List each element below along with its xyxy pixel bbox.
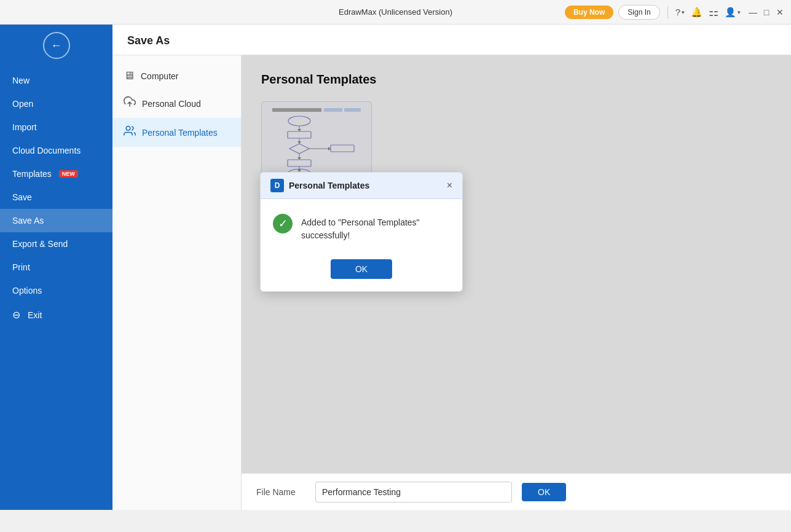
subnav: 🖥 Computer Personal Cloud [112, 55, 242, 510]
svg-point-1 [126, 127, 130, 131]
subnav-label-personal-templates: Personal Templates [142, 128, 218, 138]
modal-message: Added to "Personal Templates" successful… [301, 214, 450, 242]
profile-icon: 👤 [725, 7, 736, 18]
sidebar-label-save: Save [12, 192, 32, 202]
back-icon: ← [51, 39, 62, 52]
separator [667, 6, 668, 18]
file-name-label: File Name [256, 487, 305, 497]
modal-footer: OK [261, 254, 462, 291]
content-area: Save As 🖥 Computer Personal Cloud [112, 25, 791, 510]
maximize-icon: □ [764, 7, 769, 17]
sidebar-item-options[interactable]: Options [0, 279, 112, 302]
content-body: 🖥 Computer Personal Cloud [112, 55, 791, 510]
app-layout: ← New Open Import Cloud Documents Templa… [0, 25, 791, 510]
sidebar-label-open: Open [12, 99, 33, 109]
modal-header: D Personal Templates × [261, 173, 462, 199]
minimize-icon: — [749, 7, 757, 17]
modal-body: ✓ Added to "Personal Templates" successf… [261, 199, 462, 254]
buy-now-button[interactable]: Buy Now [565, 6, 613, 19]
help-icon-button[interactable]: ?▾ [675, 7, 685, 17]
subnav-label-personal-cloud: Personal Cloud [142, 99, 201, 109]
sign-in-button[interactable]: Sign In [618, 5, 659, 20]
modal-box: D Personal Templates × ✓ Added to "Perso… [260, 172, 463, 292]
maximize-button[interactable]: □ [761, 7, 771, 17]
computer-icon: 🖥 [124, 69, 135, 82]
file-name-input[interactable] [315, 482, 512, 503]
cloud-icon [124, 96, 136, 111]
sidebar-label-save-as: Save As [12, 216, 44, 225]
title-bar-icons: ?▾ 🔔 ⚏ 👤▾ [675, 6, 741, 19]
subnav-label-computer: Computer [141, 71, 178, 81]
sidebar-label-print: Print [12, 262, 30, 272]
close-window-button[interactable]: ✕ [775, 7, 785, 17]
modal-close-icon: × [447, 180, 452, 190]
bell-icon: 🔔 [691, 7, 702, 18]
modal-ok-button[interactable]: OK [331, 259, 392, 279]
personal-templates-icon [124, 125, 136, 140]
sidebar-item-export-send[interactable]: Export & Send [0, 232, 112, 256]
sidebar-label-cloud-documents: Cloud Documents [12, 146, 81, 155]
title-bar: EdrawMax (Unlicensed Version) Buy Now Si… [0, 0, 791, 25]
content-header: Save As [112, 25, 791, 55]
sidebar-item-templates[interactable]: Templates NEW [0, 162, 112, 186]
sidebar-label-templates: Templates [12, 169, 52, 179]
footer-bar: File Name OK [242, 473, 791, 510]
modal-close-button[interactable]: × [447, 181, 452, 190]
sidebar-item-cloud-documents[interactable]: Cloud Documents [0, 139, 112, 162]
sidebar-item-exit[interactable]: ⊖ Exit [0, 302, 112, 327]
success-icon: ✓ [273, 214, 293, 233]
window-controls: — □ ✕ [748, 7, 785, 17]
help-icon: ? [675, 7, 680, 17]
edraw-logo-icon: D [270, 179, 284, 192]
exit-icon: ⊖ [12, 309, 20, 321]
templates-area: Personal Templates [242, 55, 791, 473]
page-title: Save As [127, 34, 776, 47]
apps-icon-button[interactable]: ⚏ [709, 6, 718, 19]
app-title: EdrawMax (Unlicensed Version) [339, 7, 452, 17]
profile-icon-button[interactable]: 👤▾ [725, 7, 741, 18]
sidebar: ← New Open Import Cloud Documents Templa… [0, 25, 112, 510]
new-badge: NEW [59, 170, 78, 178]
sidebar-item-print[interactable]: Print [0, 256, 112, 279]
close-icon: ✕ [776, 7, 784, 17]
modal-header-title: D Personal Templates [270, 179, 369, 192]
sidebar-item-open[interactable]: Open [0, 92, 112, 115]
profile-chevron: ▾ [738, 9, 741, 15]
subnav-item-computer[interactable]: 🖥 Computer [112, 63, 241, 89]
help-chevron: ▾ [682, 9, 685, 15]
sidebar-item-import[interactable]: Import [0, 115, 112, 139]
minimize-button[interactable]: — [748, 7, 758, 17]
sidebar-label-options: Options [12, 286, 42, 295]
title-bar-right: Buy Now Sign In ?▾ 🔔 ⚏ 👤▾ — □ [565, 5, 785, 20]
main-panel: Personal Templates [242, 55, 791, 510]
notifications-icon-button[interactable]: 🔔 [691, 7, 702, 18]
grid-icon: ⚏ [709, 6, 718, 19]
back-button[interactable]: ← [43, 32, 70, 59]
sidebar-label-import: Import [12, 122, 37, 132]
subnav-item-personal-templates[interactable]: Personal Templates [112, 118, 241, 147]
subnav-item-personal-cloud[interactable]: Personal Cloud [112, 89, 241, 118]
ok-button[interactable]: OK [522, 483, 566, 501]
modal-title-text: Personal Templates [289, 181, 369, 190]
sidebar-item-save[interactable]: Save [0, 186, 112, 209]
modal-overlay: D Personal Templates × ✓ Added to "Perso… [242, 55, 791, 473]
sidebar-label-exit: Exit [28, 310, 42, 320]
sidebar-label-new: New [12, 76, 30, 85]
sidebar-item-save-as[interactable]: Save As [0, 209, 112, 232]
sidebar-item-new[interactable]: New [0, 69, 112, 92]
sidebar-label-export-send: Export & Send [12, 239, 68, 249]
